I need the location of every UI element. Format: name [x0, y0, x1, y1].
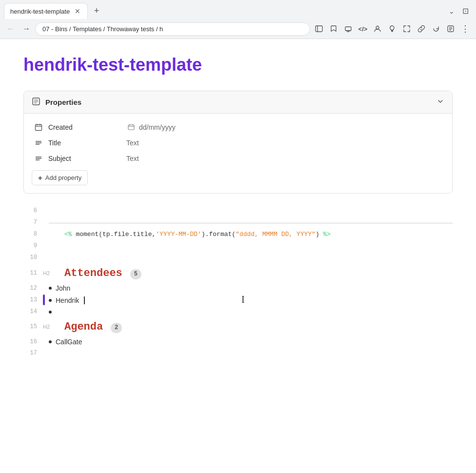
editor-line-9: 9: [23, 240, 453, 252]
line-content-8: <% moment(tp.file.title,'YYYY-MM-DD').fo…: [49, 229, 453, 240]
bullet-text-john: John: [56, 283, 70, 294]
lines-icon-subject: [34, 155, 43, 162]
line-number-16: 16: [23, 336, 43, 347]
property-row-title[interactable]: Title Text: [32, 135, 444, 151]
line-number-13: 13: [23, 295, 43, 305]
browser-chrome: hendrik-test-template ✕ + ⌄ ⊡ ← → 07 - B…: [0, 0, 476, 39]
code-open-tag: <%: [64, 231, 72, 238]
lines-icon-title: [34, 139, 43, 147]
add-property-label: Add property: [45, 174, 81, 181]
browser-menu-button[interactable]: ⋮: [458, 22, 472, 36]
svg-point-3: [376, 26, 379, 29]
tab-close-button[interactable]: ✕: [74, 7, 81, 15]
svg-rect-2: [345, 27, 351, 31]
line-content-12: John: [49, 282, 453, 294]
editor-line-6: 6: [23, 205, 453, 217]
address-bar[interactable]: 07 - Bins / Templates / Throwaway tests …: [35, 22, 310, 36]
property-value-title: Text: [126, 139, 139, 147]
code-moment-func: moment(tp.file.title,: [76, 231, 156, 238]
editor-line-16: 16 CallGate: [23, 335, 453, 347]
editor-line-15: 15 H2 Agenda 2: [23, 317, 453, 335]
bullet-dot-empty: [49, 311, 52, 314]
add-property-icon: +: [38, 174, 42, 182]
property-row-created[interactable]: Created dd/mm/yyyy: [32, 119, 444, 135]
line-content-9: [49, 240, 453, 252]
fullscreen-icon[interactable]: [400, 22, 414, 36]
property-name-subject: Subject: [48, 155, 126, 162]
bulb-icon[interactable]: [385, 22, 399, 36]
person-icon[interactable]: [371, 22, 384, 36]
line-content-13: Hendrik: [49, 294, 453, 306]
properties-header[interactable]: Properties: [24, 91, 452, 114]
attendees-heading: Attendees: [64, 267, 122, 279]
bullet-dot-hendrik: [49, 299, 52, 302]
property-row-subject[interactable]: Subject Text: [32, 151, 444, 166]
editor-line-8: 8 <% moment(tp.file.title,'YYYY-MM-DD').…: [23, 229, 453, 240]
text-cursor: [84, 296, 85, 304]
properties-icon: [32, 97, 40, 107]
tab-title: hendrik-test-template: [10, 8, 70, 15]
line-number-15: 15: [23, 321, 43, 332]
editor-line-17: 17: [23, 348, 453, 359]
line-content-15: Agenda 2: [64, 317, 453, 335]
properties-section: Properties Created: [23, 91, 453, 194]
calendar-value-icon: [126, 124, 136, 131]
tab-dropdown-button[interactable]: ⌄: [445, 4, 458, 18]
bullet-item-empty: [49, 311, 453, 314]
window-controls[interactable]: ⊡: [458, 4, 472, 18]
refresh-icon[interactable]: [429, 22, 443, 36]
sidebar-icon[interactable]: [312, 22, 326, 36]
address-text: 07 - Bins / Templates / Throwaway tests …: [42, 25, 163, 33]
line-content-11: Attendees 5: [64, 264, 453, 282]
back-button[interactable]: ←: [4, 22, 18, 36]
attendees-badge: 5: [130, 269, 141, 279]
line-number-11: 11: [23, 268, 43, 278]
editor-line-12: 12 John: [23, 282, 453, 294]
editor-line-10: 10: [23, 252, 453, 264]
bullet-dot-john: [49, 287, 52, 290]
line-number-17: 17: [23, 348, 43, 358]
calendar-icon: [34, 123, 43, 131]
cast-icon[interactable]: [341, 22, 355, 36]
editor-line-7: 7: [23, 217, 453, 229]
line-number-6: 6: [23, 205, 43, 216]
code-format-call: ).format(: [201, 231, 236, 238]
property-value-subject: Text: [126, 155, 139, 162]
line-type-h2-agenda: H2: [43, 322, 59, 332]
line-number-8: 8: [23, 229, 43, 239]
properties-expand-icon[interactable]: [436, 98, 444, 107]
reader-icon[interactable]: [444, 22, 457, 36]
code-format-close: ): [316, 231, 319, 238]
line-content-10: [49, 252, 453, 263]
editor-line-14: 14: [23, 306, 453, 317]
line-content-17: [49, 348, 453, 359]
new-tab-button[interactable]: +: [90, 4, 103, 18]
active-tab[interactable]: hendrik-test-template ✕: [4, 3, 88, 19]
line-number-7: 7: [23, 217, 43, 227]
line-content-16: CallGate: [49, 335, 453, 347]
add-property-button[interactable]: + Add property: [32, 170, 88, 185]
bullet-dot-callgate: [49, 340, 52, 343]
properties-header-left: Properties: [32, 97, 81, 107]
line-number-9: 9: [23, 240, 43, 251]
svg-rect-16: [128, 125, 134, 130]
svg-rect-12: [36, 125, 42, 131]
bullet-text-hendrik: Hendrik: [56, 295, 79, 306]
bullet-item-hendrik: Hendrik: [49, 295, 453, 306]
forward-button[interactable]: →: [20, 22, 33, 36]
page-content: hendrik-test-template Properties: [0, 39, 476, 375]
properties-body: Created dd/mm/yyyy: [24, 114, 452, 193]
page-title: hendrik-test-template: [23, 55, 453, 75]
link-icon[interactable]: [415, 22, 428, 36]
property-value-created: dd/mm/yyyy: [139, 123, 176, 131]
property-name-created: Created: [48, 123, 126, 131]
code-icon[interactable]: </>: [356, 22, 370, 36]
bullet-item-callgate: CallGate: [49, 336, 453, 347]
editor-area: 6 7 8 <% moment(tp.file.title,'YYYY-MM-D…: [23, 205, 453, 359]
property-name-title: Title: [48, 139, 126, 147]
line-number-14: 14: [23, 306, 43, 316]
bookmark-icon[interactable]: [327, 22, 340, 36]
code-display-format: "dddd, MMMM DD, YYYY": [236, 231, 316, 238]
tab-end-controls: ⌄ ⊡: [445, 4, 472, 18]
line-content-7: [49, 217, 453, 224]
